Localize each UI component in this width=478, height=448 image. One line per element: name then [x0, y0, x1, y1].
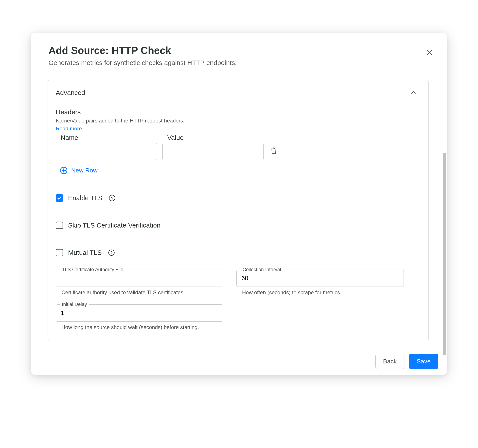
interval-help: How often (seconds) to scrape for metric…: [236, 290, 404, 296]
back-button[interactable]: Back: [375, 354, 404, 369]
modal-subtitle: Generates metrics for synthetic checks a…: [49, 59, 429, 67]
headers-desc: Name/Value pairs added to the HTTP reque…: [56, 118, 421, 124]
headers-heading: Headers: [56, 108, 421, 116]
headers-section: Headers Name/Value pairs added to the HT…: [56, 108, 421, 174]
modal-body: Advanced Headers Name/Value pairs added …: [31, 73, 447, 348]
skip-tls-checkbox[interactable]: [56, 221, 63, 229]
scrollbar-thumb[interactable]: [443, 153, 446, 355]
skip-tls-row: Skip TLS Certificate Verification: [56, 221, 421, 229]
new-row-label: New Row: [71, 167, 98, 174]
panel-title: Advanced: [56, 89, 85, 96]
modal-title: Add Source: HTTP Check: [49, 44, 429, 56]
help-icon[interactable]: ?: [109, 195, 115, 201]
enable-tls-checkbox[interactable]: [56, 194, 63, 202]
enable-tls-label: Enable TLS: [68, 194, 102, 202]
header-value-input[interactable]: [162, 143, 264, 160]
headers-row: Name Value: [56, 134, 421, 160]
close-button[interactable]: [425, 48, 434, 57]
field-grid: TLS Certificate Authority File Certifica…: [56, 270, 421, 330]
skip-tls-label: Skip TLS Certificate Verification: [68, 221, 161, 229]
read-more-link[interactable]: Read more: [56, 126, 82, 132]
plus-circle-icon: [60, 166, 68, 174]
header-name-col: Name: [56, 134, 157, 160]
trash-icon: [270, 147, 277, 154]
mutual-tls-checkbox[interactable]: [56, 249, 63, 256]
header-value-label: Value: [162, 134, 264, 141]
new-row-button[interactable]: New Row: [56, 166, 98, 174]
add-source-modal: Add Source: HTTP Check Generates metrics…: [31, 33, 447, 375]
panel-header[interactable]: Advanced: [56, 89, 421, 96]
mutual-tls-label: Mutual TLS: [68, 249, 102, 256]
interval-label: Collection Interval: [241, 267, 283, 272]
header-name-input[interactable]: [56, 143, 157, 160]
ca-file-label: TLS Certificate Authority File: [60, 267, 125, 272]
header-value-col: Value: [162, 134, 264, 160]
mutual-tls-row: Mutual TLS ?: [56, 249, 421, 256]
initial-delay-field: Initial Delay How long the source should…: [56, 304, 223, 330]
save-button[interactable]: Save: [409, 354, 438, 369]
check-icon: [57, 196, 62, 200]
close-icon: [426, 49, 433, 56]
help-icon[interactable]: ?: [108, 250, 114, 256]
modal-header: Add Source: HTTP Check Generates metrics…: [31, 33, 447, 73]
interval-field: Collection Interval How often (seconds) …: [236, 270, 404, 296]
advanced-panel: Advanced Headers Name/Value pairs added …: [48, 80, 429, 341]
modal-footer: Back Save: [31, 348, 447, 375]
delete-row-button[interactable]: [269, 146, 279, 156]
scrollbar[interactable]: [443, 80, 446, 341]
ca-file-help: Certificate authority used to validate T…: [56, 290, 223, 296]
chevron-up-icon: [410, 90, 416, 96]
initial-delay-label: Initial Delay: [60, 302, 89, 307]
header-name-label: Name: [56, 134, 157, 141]
initial-delay-help: How long the source should wait (seconds…: [56, 324, 223, 330]
ca-file-field: TLS Certificate Authority File Certifica…: [56, 270, 223, 296]
enable-tls-row: Enable TLS ?: [56, 194, 421, 202]
